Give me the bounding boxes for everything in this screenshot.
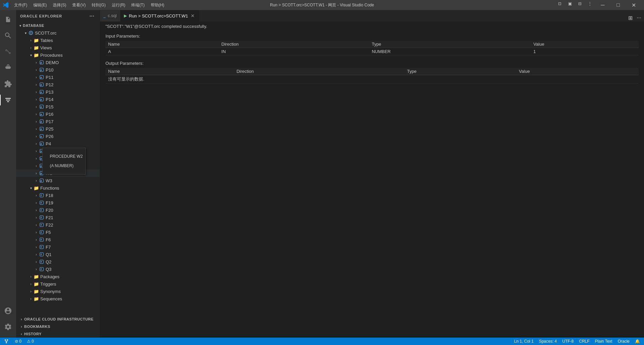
menu-terminal[interactable]: 终端(T) — [129, 2, 147, 9]
output-col-value: Value — [516, 68, 639, 75]
status-oracle[interactable]: Oracle — [616, 339, 631, 344]
proc-p15[interactable]: p P15 — [16, 103, 100, 110]
input-params-title: Input Parameters: — [105, 34, 639, 39]
tables-item[interactable]: 📁 Tables — [16, 37, 100, 44]
packages-item[interactable]: 📁 Packages — [16, 273, 100, 280]
status-warnings[interactable]: ⚠ 0 — [26, 339, 35, 344]
database-section[interactable]: DATABASE — [16, 22, 100, 29]
status-encoding[interactable]: UTF-8 — [561, 339, 575, 344]
tab-run[interactable]: ▶ Run > SCOTT.orc>SCOTT.W1 ✕ — [121, 10, 199, 21]
maximize-button[interactable]: □ — [610, 0, 626, 10]
menu-run[interactable]: 运行(R) — [109, 2, 128, 9]
func-q2[interactable]: f Q2 — [16, 258, 100, 265]
proc-p8[interactable]: p P8 — [16, 147, 100, 155]
activity-settings[interactable] — [0, 319, 16, 335]
status-spaces[interactable]: Spaces: 4 — [538, 339, 558, 344]
procedures-item[interactable]: 📁 Procedures — [16, 51, 100, 59]
views-arrow — [28, 45, 34, 50]
input-row-a-value: 1 — [531, 48, 639, 55]
scott-orc-item[interactable]: SCOTT.orc — [16, 29, 100, 37]
proc-p17[interactable]: p P17 — [16, 118, 100, 125]
oci-section[interactable]: ORACLE CLOUD INFRASTRUCTURE — [16, 315, 100, 323]
menu-help[interactable]: 帮助(H) — [148, 2, 167, 9]
layout3-icon[interactable]: ⊟ — [575, 0, 585, 7]
status-eol[interactable]: CRLF — [578, 339, 591, 344]
history-section[interactable]: HISTORY — [16, 330, 100, 338]
menu-view[interactable]: 查看(V) — [70, 2, 88, 9]
p14-label: P14 — [46, 97, 53, 102]
func-f22[interactable]: f F22 — [16, 221, 100, 229]
triggers-item[interactable]: 📁 Triggers — [16, 280, 100, 288]
func-f21[interactable]: f F21 — [16, 214, 100, 221]
views-item[interactable]: 📁 Views — [16, 44, 100, 51]
proc-p16[interactable]: p P16 — [16, 110, 100, 118]
func-f5[interactable]: f F5 — [16, 229, 100, 236]
split-editor-button[interactable]: ⊞ — [627, 14, 634, 21]
q3-label: Q3 — [46, 267, 51, 272]
run-tab-close[interactable]: ✕ — [190, 13, 195, 18]
func-q1[interactable]: f Q1 — [16, 251, 100, 258]
func-f6[interactable]: f F6 — [16, 236, 100, 243]
minimize-button[interactable]: ─ — [595, 0, 610, 10]
proc-p10[interactable]: p P10 — [16, 66, 100, 73]
proc-p9[interactable]: p P9 — [16, 155, 100, 162]
func-q3[interactable]: f Q3 — [16, 265, 100, 273]
synonyms-arrow — [28, 289, 34, 294]
output-params-section: Output Parameters: Name Direction Type V… — [100, 58, 644, 86]
activity-explorer[interactable] — [0, 11, 16, 28]
activity-debug[interactable] — [0, 60, 16, 76]
menu-edit[interactable]: 编辑(E) — [31, 2, 49, 9]
func-f20[interactable]: f F20 — [16, 206, 100, 214]
p25-icon: p — [39, 126, 44, 132]
svg-text:f: f — [41, 224, 42, 227]
more-actions-button[interactable]: ··· — [635, 14, 643, 21]
func-f18[interactable]: f F18 — [16, 192, 100, 199]
status-notification-icon[interactable]: 🔔 — [634, 339, 641, 344]
status-line-col[interactable]: Ln 1, Col 1 — [513, 339, 535, 344]
sidebar-header: ORACLE EXPLORER ··· — [16, 10, 100, 22]
proc-p13[interactable]: p P13 — [16, 88, 100, 96]
sequences-item[interactable]: 📁 Sequences — [16, 295, 100, 302]
f7-label: F7 — [46, 245, 51, 250]
activity-extensions[interactable] — [0, 76, 16, 92]
sidebar-more-button[interactable]: ··· — [88, 12, 96, 20]
status-errors[interactable]: ⊘ 0 — [13, 339, 23, 344]
proc-w3[interactable]: p W3 — [16, 177, 100, 184]
func-f19[interactable]: f F19 — [16, 199, 100, 206]
close-button[interactable]: ✕ — [626, 0, 641, 10]
menu-file[interactable]: 文件(F) — [11, 2, 30, 9]
activity-search[interactable] — [0, 28, 16, 44]
layout2-icon[interactable]: ▣ — [565, 0, 575, 7]
proc-p4[interactable]: p P4 — [16, 140, 100, 147]
functions-item[interactable]: 📁 Functions — [16, 184, 100, 192]
menu-goto[interactable]: 转到(G) — [89, 2, 108, 9]
tab-csql[interactable]: ⎯ c.sql — [100, 10, 121, 21]
customize-layout-icon[interactable]: ⋮ — [585, 0, 595, 7]
menu-select[interactable]: 选择(S) — [50, 2, 69, 9]
input-params-section: Input Parameters: Name Direction Type Va… — [100, 31, 644, 58]
bookmarks-section[interactable]: BOOKMARKS — [16, 323, 100, 330]
activity-bottom — [0, 303, 16, 338]
synonyms-item[interactable]: 📁 Synonyms — [16, 288, 100, 295]
layout-icon[interactable]: ⊡ — [555, 0, 565, 7]
status-branch[interactable] — [3, 339, 11, 344]
activity-source-control[interactable] — [0, 44, 16, 60]
svg-text:p: p — [41, 150, 42, 153]
proc-p14[interactable]: p P14 — [16, 96, 100, 103]
proc-w1[interactable]: p W1 — [16, 162, 100, 169]
svg-text:p: p — [41, 172, 42, 175]
status-language[interactable]: Plain Text — [594, 339, 614, 344]
q3-icon: f — [39, 266, 44, 272]
activity-oracle[interactable] — [0, 92, 16, 108]
p9-icon: p — [39, 156, 44, 161]
proc-p12[interactable]: p P12 — [16, 81, 100, 88]
sidebar-content[interactable]: DATABASE SCOTT.orc 📁 Tables 📁 Views — [16, 22, 100, 315]
func-f7[interactable]: f F7 — [16, 243, 100, 251]
proc-w2[interactable]: p W2 — [16, 169, 100, 177]
p9-label: P9 — [46, 156, 51, 161]
activity-accounts[interactable] — [0, 303, 16, 319]
proc-p25[interactable]: p P25 — [16, 125, 100, 133]
proc-p11[interactable]: p P11 — [16, 73, 100, 81]
proc-p26[interactable]: p P26 — [16, 133, 100, 140]
demo-item[interactable]: p DEMO — [16, 59, 100, 66]
